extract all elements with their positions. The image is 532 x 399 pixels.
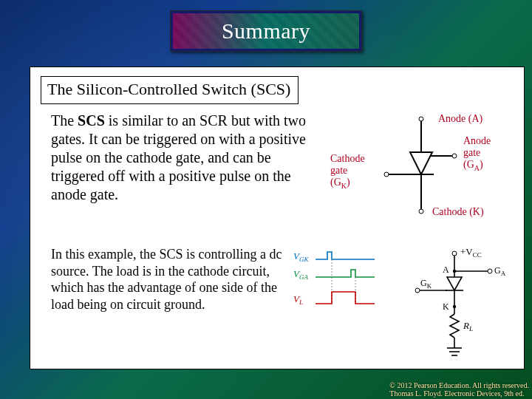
label-anode-gate-1: Anode bbox=[463, 135, 491, 146]
schematic: +VCC A GA GK K bbox=[415, 246, 506, 355]
label-cathode: Cathode (K) bbox=[432, 206, 484, 218]
section-heading: The Silicon-Controlled Switch (SCS) bbox=[41, 76, 299, 104]
svg-point-8 bbox=[452, 154, 457, 158]
scs-symbol-figure: Anode (A) Anode gate (GA) Cathode gate (… bbox=[329, 112, 514, 237]
label-K: K bbox=[443, 301, 449, 312]
label-cathode-gate-1: Cathode bbox=[330, 153, 365, 164]
row-description-symbol: The SCS is similar to an SCR but with tw… bbox=[41, 112, 514, 237]
svg-point-16 bbox=[488, 269, 492, 273]
title-banner: Summary bbox=[170, 10, 362, 52]
label-vgk: VGK bbox=[293, 250, 309, 263]
content-frame: The Silicon-Controlled Switch (SCS) The … bbox=[30, 66, 525, 369]
label-A: A bbox=[443, 265, 449, 275]
paragraph-main: The SCS is similar to an SCR but with tw… bbox=[51, 112, 321, 204]
label-cathode-gate-sym: (GK) bbox=[330, 177, 350, 190]
label-cathode-gate-2: gate bbox=[330, 165, 347, 176]
svg-point-6 bbox=[419, 117, 423, 121]
label-vcc: +VCC bbox=[460, 246, 482, 259]
svg-point-21 bbox=[415, 288, 420, 293]
svg-point-7 bbox=[419, 209, 423, 214]
label-anode-gate-2: gate bbox=[463, 147, 480, 158]
label-vl: VL bbox=[293, 293, 303, 306]
svg-marker-18 bbox=[447, 277, 462, 290]
para1-bold: SCS bbox=[78, 112, 105, 129]
slide-title: Summary bbox=[222, 18, 310, 44]
label-RL: RL bbox=[463, 320, 473, 332]
waveform-panel: VGK VGA VL bbox=[293, 250, 375, 306]
svg-point-12 bbox=[452, 251, 457, 256]
scs-circuit-figure: VGK VGA VL +VCC A GA bbox=[292, 246, 514, 364]
svg-marker-1 bbox=[410, 152, 432, 174]
svg-point-9 bbox=[384, 172, 389, 177]
para1-lead: The bbox=[51, 112, 78, 129]
label-GA: GA bbox=[494, 265, 506, 277]
paragraph-example: In this example, the SCS is controlling … bbox=[51, 246, 283, 313]
row-example-circuit: In this example, the SCS is controlling … bbox=[41, 246, 514, 364]
label-vga: VGA bbox=[293, 268, 308, 281]
label-GK: GK bbox=[420, 278, 432, 290]
label-anode: Anode (A) bbox=[438, 113, 483, 125]
copyright-footer: © 2012 Pearson Education. All rights res… bbox=[389, 381, 529, 398]
label-anode-gate-sym: (GA) bbox=[463, 159, 483, 172]
